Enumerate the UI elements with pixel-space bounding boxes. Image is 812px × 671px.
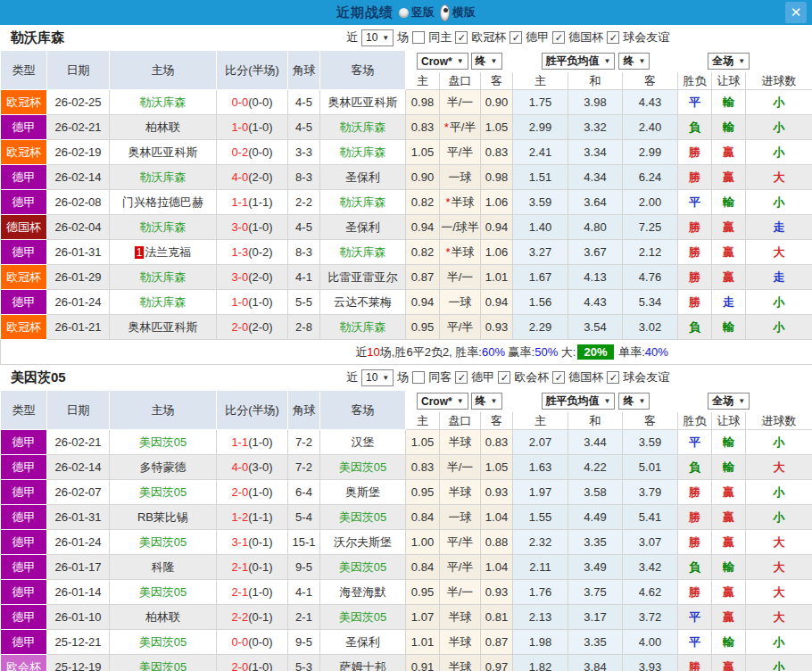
summary-segment: 10: [367, 345, 379, 359]
sub-column-header: 主: [513, 72, 568, 90]
avg-time-select[interactable]: 终▼: [618, 53, 650, 70]
league-type-badge: 欧冠杯: [1, 90, 47, 115]
halftime-score: (0-0): [248, 635, 272, 649]
match-score: 1-0(1-0): [217, 290, 288, 315]
away-team: 沃尔夫斯堡: [320, 530, 406, 555]
fulltime-score: 3-1: [231, 535, 248, 549]
goals-result: 小: [746, 655, 812, 671]
league-filter-checkbox-0[interactable]: ✓: [455, 31, 468, 44]
away-team: 汉堡: [320, 430, 406, 455]
league-filter-checkbox-2[interactable]: ✓: [552, 31, 565, 44]
match-result: 負: [678, 455, 712, 480]
radio-unselected-icon[interactable]: [399, 8, 409, 18]
league-filter-checkbox-3[interactable]: ✓: [607, 371, 619, 384]
away-team: 萨姆士邦: [320, 655, 406, 671]
asian-handicap: 半球: [440, 630, 481, 655]
odds-company-select[interactable]: Crow*▼: [417, 53, 468, 70]
match-date: 26-02-21: [47, 430, 110, 455]
column-header: 角球: [288, 391, 320, 430]
goals-result: 走: [746, 215, 812, 240]
asian-home-odds: 1.00: [406, 530, 440, 555]
match-result: 平: [678, 605, 712, 630]
filters-bar: 近10▼场同主✓欧冠杯✓德甲✓德国杯✓球会友谊: [346, 29, 669, 46]
match-result: 平: [678, 630, 712, 655]
goals-result: 大: [746, 455, 812, 480]
odds-company-select-value: Crow*: [421, 395, 452, 408]
match-date: 26-02-14: [47, 165, 110, 190]
asian-handicap: 半球: [440, 605, 481, 630]
euro-draw-odds: 4.43: [568, 290, 623, 315]
scope-select[interactable]: 全场▼: [708, 53, 750, 70]
titlebar: 近期战绩 竖版 横版 ✕: [0, 0, 812, 25]
corner-count: 5-5: [288, 290, 320, 315]
odds-time-select[interactable]: 终▼: [471, 53, 502, 70]
euro-home-odds: 1.67: [513, 265, 568, 290]
asian-home-odds: 0.98: [406, 90, 440, 115]
asian-away-odds: 0.93: [481, 480, 513, 505]
layout-radio-vertical[interactable]: 竖版: [399, 4, 435, 21]
league-filter-checkbox-1[interactable]: ✓: [498, 371, 510, 384]
same-venue-checkbox[interactable]: [412, 31, 425, 44]
home-team: 勒沃库森: [110, 215, 217, 240]
avg-time-select[interactable]: 终▼: [618, 393, 650, 410]
near-count-select[interactable]: 10▼: [361, 369, 394, 386]
close-button[interactable]: ✕: [785, 2, 807, 23]
near-count-select-value: 10: [366, 31, 377, 44]
match-score: 3-1(0-1): [217, 530, 288, 555]
league-filter-checkbox-1[interactable]: ✓: [510, 31, 522, 44]
asian-away-odds: 0.81: [481, 605, 513, 630]
avg-odds-select[interactable]: 胜平负均值▼: [542, 393, 616, 410]
asian-away-odds: 0.98: [481, 165, 513, 190]
league-filter-checkbox-2[interactable]: ✓: [552, 371, 565, 384]
euro-away-odds: 3.93: [623, 655, 678, 671]
match-date: 26-01-10: [47, 605, 110, 630]
odds-time-select[interactable]: 终▼: [471, 393, 502, 410]
team-sections: 勒沃库森近10▼场同主✓欧冠杯✓德甲✓德国杯✓球会友谊类型日期主场比分(半场)角…: [0, 25, 812, 671]
fulltime-score: 2-0: [231, 485, 248, 499]
asian-home-odds: 0.94: [406, 290, 440, 315]
handicap-result: 贏: [712, 215, 746, 240]
same-venue-checkbox[interactable]: [412, 371, 425, 384]
radio-selected-icon[interactable]: [440, 4, 450, 21]
league-filter-checkbox-3[interactable]: ✓: [607, 31, 619, 44]
goals-result: 小: [746, 630, 812, 655]
odds-company-select[interactable]: Crow*▼: [417, 393, 468, 410]
home-team: 多特蒙德: [110, 455, 217, 480]
goals-result: 大: [746, 605, 812, 630]
corner-count: 7-2: [288, 455, 320, 480]
layout-radio-horizontal[interactable]: 横版: [440, 4, 476, 21]
league-type-badge: 欧冠杯: [1, 265, 47, 290]
euro-draw-odds: 3.98: [568, 90, 623, 115]
match-result: 勝: [678, 165, 712, 190]
match-result: 勝: [678, 505, 712, 530]
sub-column-header: 客: [623, 72, 678, 90]
goals-result: 大: [746, 555, 812, 580]
euro-away-odds: 4.00: [623, 630, 678, 655]
match-score: 0-0(0-0): [217, 90, 288, 115]
match-date: 26-02-07: [47, 480, 110, 505]
league-filter-checkbox-0[interactable]: ✓: [455, 371, 468, 384]
column-header: 比分(半场): [217, 51, 288, 90]
goals-result: 小: [746, 115, 812, 140]
halftime-score: (2-0): [248, 270, 272, 284]
match-date: 26-02-25: [47, 90, 110, 115]
euro-away-odds: 5.41: [623, 505, 678, 530]
asian-away-odds: 0.87: [481, 630, 513, 655]
summary-segment: 60%: [482, 345, 505, 359]
league-type-badge: 德甲: [1, 290, 47, 315]
scope-select[interactable]: 全场▼: [708, 393, 750, 410]
euro-draw-odds: 3.17: [568, 605, 623, 630]
sub-column-header: 客: [481, 412, 513, 430]
fulltime-score: 1-1: [231, 195, 248, 209]
near-label: 近: [346, 29, 358, 46]
match-row: 欧冠杯26-02-19奥林匹亚科斯0-2(0-0)3-3勒沃库森1.05平/半0…: [1, 140, 812, 165]
match-score: 3-0(1-0): [217, 215, 288, 240]
fulltime-score: 4-0: [231, 170, 248, 184]
fulltime-score: 2-1: [231, 560, 248, 574]
asian-handicap: 平/半: [440, 315, 481, 340]
avg-odds-select[interactable]: 胜平负均值▼: [542, 53, 616, 70]
league-type-badge: 欧冠杯: [1, 315, 47, 340]
league-type-badge: 德甲: [1, 630, 47, 655]
near-count-select[interactable]: 10▼: [361, 29, 394, 46]
chevron-down-icon: ▼: [382, 34, 389, 42]
